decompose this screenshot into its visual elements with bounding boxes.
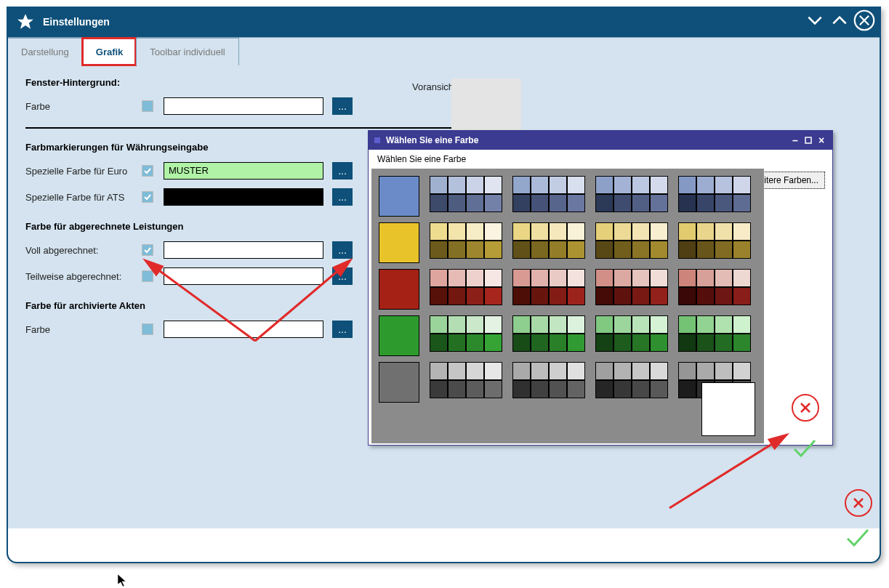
color-swatch[interactable] — [549, 334, 567, 352]
color-swatch[interactable] — [733, 315, 751, 334]
pick-voll-abgerechnet-button[interactable]: ... — [332, 241, 353, 259]
swatch-bg-color[interactable] — [164, 97, 323, 115]
color-swatch[interactable] — [531, 287, 549, 305]
color-swatch[interactable] — [650, 269, 668, 287]
color-swatch[interactable] — [632, 380, 650, 398]
color-swatch[interactable] — [430, 380, 448, 398]
color-swatch[interactable] — [715, 241, 733, 259]
color-swatch[interactable] — [567, 176, 585, 194]
color-swatch[interactable] — [715, 362, 733, 380]
color-swatch[interactable] — [715, 287, 733, 305]
color-swatch[interactable] — [512, 362, 531, 380]
color-swatch[interactable] — [650, 222, 668, 241]
color-swatch[interactable] — [448, 287, 466, 305]
pick-archived-color-button[interactable]: ... — [332, 321, 353, 338]
color-swatch[interactable] — [448, 269, 466, 287]
color-swatch[interactable] — [567, 222, 585, 241]
color-swatch[interactable] — [733, 241, 751, 259]
color-swatch[interactable] — [715, 315, 733, 334]
color-swatch[interactable] — [733, 176, 751, 194]
color-swatch[interactable] — [430, 194, 448, 212]
color-swatch[interactable] — [733, 194, 751, 212]
dialog-maximize-button[interactable] — [803, 135, 813, 145]
close-button[interactable] — [853, 9, 875, 31]
color-swatch[interactable] — [484, 287, 502, 305]
color-swatch[interactable] — [595, 176, 614, 194]
color-swatch[interactable] — [696, 194, 715, 212]
swatch-archived-color[interactable] — [164, 321, 323, 338]
swatch-teil-abgerechnet[interactable] — [164, 267, 323, 285]
color-swatch[interactable] — [678, 222, 696, 241]
checkbox-bg-color[interactable] — [142, 100, 153, 112]
color-swatch[interactable] — [466, 176, 484, 194]
checkbox-voll-abgerechnet[interactable] — [142, 244, 153, 256]
color-swatch[interactable] — [650, 362, 668, 380]
color-swatch[interactable] — [678, 362, 696, 380]
tab-toolbar-individuell[interactable]: Toolbar individuell — [136, 38, 238, 65]
color-swatch[interactable] — [595, 269, 614, 287]
color-swatch[interactable] — [466, 362, 484, 380]
color-swatch[interactable] — [678, 287, 696, 305]
color-swatch[interactable] — [484, 194, 502, 212]
pick-euro-color-button[interactable]: ... — [332, 162, 353, 180]
color-swatch[interactable] — [466, 315, 484, 334]
color-swatch[interactable] — [430, 269, 448, 287]
color-swatch[interactable] — [678, 269, 696, 287]
color-swatch[interactable] — [430, 222, 448, 241]
color-swatch[interactable] — [614, 194, 632, 212]
color-swatch[interactable] — [715, 269, 733, 287]
color-swatch[interactable] — [696, 362, 715, 380]
color-swatch[interactable] — [595, 334, 614, 352]
color-swatch[interactable] — [512, 380, 531, 398]
color-swatch[interactable] — [549, 315, 567, 334]
color-swatch[interactable] — [448, 362, 466, 380]
chevron-up-icon[interactable] — [829, 9, 850, 31]
color-swatch[interactable] — [614, 176, 632, 194]
color-swatch[interactable] — [466, 269, 484, 287]
color-swatch[interactable] — [595, 194, 614, 212]
color-swatch[interactable] — [715, 334, 733, 352]
tab-darstellung[interactable]: Darstellung — [8, 38, 82, 65]
color-swatch[interactable] — [430, 315, 448, 334]
dialog-minimize-button[interactable]: – — [790, 135, 800, 145]
color-swatch[interactable] — [715, 222, 733, 241]
color-swatch[interactable] — [531, 176, 549, 194]
color-swatch[interactable] — [595, 380, 614, 398]
color-swatch[interactable] — [650, 176, 668, 194]
color-swatch[interactable] — [696, 176, 715, 194]
color-swatch[interactable] — [531, 334, 549, 352]
color-swatch-main[interactable] — [379, 176, 419, 217]
color-swatch[interactable] — [650, 287, 668, 305]
color-swatch[interactable] — [733, 334, 751, 352]
color-swatch[interactable] — [466, 380, 484, 398]
color-swatch[interactable] — [549, 241, 567, 259]
color-swatch[interactable] — [549, 380, 567, 398]
color-swatch[interactable] — [678, 315, 696, 334]
color-swatch[interactable] — [466, 334, 484, 352]
dialog-ok-button[interactable] — [790, 433, 819, 465]
color-swatch[interactable] — [448, 315, 466, 334]
color-swatch[interactable] — [448, 176, 466, 194]
swatch-voll-abgerechnet[interactable] — [164, 241, 323, 259]
color-swatch[interactable] — [715, 194, 733, 212]
color-swatch[interactable] — [531, 194, 549, 212]
color-swatch[interactable] — [430, 287, 448, 305]
color-swatch-main[interactable] — [379, 269, 419, 310]
color-swatch[interactable] — [614, 287, 632, 305]
color-swatch[interactable] — [696, 315, 715, 334]
color-swatch[interactable] — [650, 315, 668, 334]
color-swatch[interactable] — [512, 194, 531, 212]
color-swatch[interactable] — [632, 241, 650, 259]
color-swatch[interactable] — [632, 176, 650, 194]
color-swatch[interactable] — [549, 222, 567, 241]
checkbox-ats-color[interactable] — [142, 191, 153, 203]
swatch-ats-color[interactable] — [164, 188, 323, 206]
color-swatch[interactable] — [696, 334, 715, 352]
color-swatch[interactable] — [466, 222, 484, 241]
color-swatch[interactable] — [595, 315, 614, 334]
color-swatch[interactable] — [448, 241, 466, 259]
color-swatch[interactable] — [650, 380, 668, 398]
color-swatch[interactable] — [567, 194, 585, 212]
color-swatch[interactable] — [715, 176, 733, 194]
color-swatch[interactable] — [512, 315, 531, 334]
